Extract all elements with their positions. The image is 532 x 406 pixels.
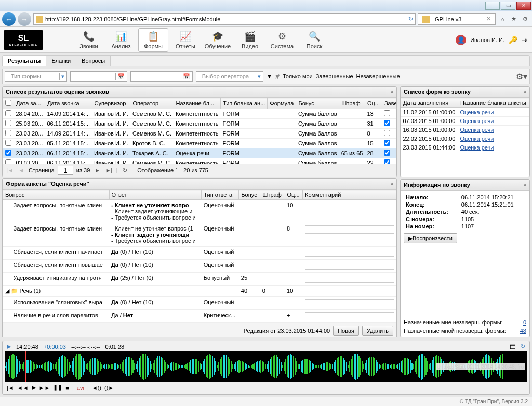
vol-up-icon[interactable]: ((► [104,385,114,391]
refresh-icon[interactable]: ↻ [521,343,525,350]
tab-questions[interactable]: Вопросы [76,56,111,66]
operator-select[interactable]: - Выбор оператора▾ [196,71,263,82]
maximize-button[interactable]: ▭ [501,2,515,10]
col-header[interactable]: Супервизор [92,98,130,109]
form-row[interactable]: Удерживает инициативу на протяДа (25) / … [3,273,396,286]
play-icon[interactable]: ▶ [7,343,11,350]
table-row[interactable]: 11.02.2015 01:00:00Оценка речи [401,108,529,117]
form-type-select[interactable]: - Тип формы▾ [5,71,67,82]
refresh-icon[interactable]: ↻ [408,16,413,22]
pause-icon[interactable]: ❚❚ [53,384,62,391]
select-all-checkbox[interactable] [5,100,11,106]
assigned-by-me-link[interactable]: 48 [520,328,526,334]
form-link[interactable]: Оценка речи [460,109,494,115]
minimize-button[interactable]: — [485,2,500,10]
col-header[interactable]: Тип ответа [202,190,239,200]
done-checkbox[interactable] [384,159,390,164]
col-header[interactable]: Дата заполнения [401,98,458,108]
comment-input[interactable] [305,299,394,307]
col-header[interactable]: Штраф [339,98,365,109]
row-checkbox[interactable] [5,120,11,126]
form-row[interactable]: Сбивается, если клиент начинаетДа (0) / … [3,247,396,260]
play-button[interactable]: ▶ Воспроизвести [404,233,457,243]
col-header[interactable]: Оц... [285,190,302,200]
nav-Видео[interactable]: 🎬Видео [235,28,265,52]
playhead-marker[interactable] [25,351,26,382]
waveform[interactable]: e fake; Start 02.11.2014 14:20:48; fro [5,351,527,382]
table-row[interactable]: 22.02.2015 01:00:00Оценка речи [401,134,529,143]
done-checkbox[interactable] [384,110,390,116]
nav-Отчеты[interactable]: 📈Отчеты [170,28,201,52]
table-row[interactable]: 23.03.2015 01:44:00Оценка речи [401,143,529,152]
table-row[interactable]: 07.03.2015 01:00:00Оценка речи [401,117,529,126]
col-header[interactable]: Заверш... [382,98,396,109]
row-checkbox[interactable] [5,150,11,156]
avatar[interactable]: 👤 [456,35,466,45]
col-header[interactable]: Дата за... [14,98,45,109]
row-checkbox[interactable] [5,159,11,164]
collapse-icon[interactable]: » [523,182,526,188]
form-row[interactable]: Сбивается, если клиент повышаеДа (0) / Н… [3,260,396,273]
filter-icon[interactable]: ▼ [267,73,272,79]
form-link[interactable]: Оценка речи [460,144,494,151]
table-row[interactable]: 23.03.20...14.09.2014 14:...Иванов И. И.… [3,129,397,139]
done-filter[interactable]: Завершенные [316,73,353,79]
comment-input[interactable] [305,249,394,257]
nav-Поиск[interactable]: 🔍Поиск [299,28,329,52]
collapse-icon[interactable]: » [523,89,526,95]
col-header[interactable]: Бонус [239,190,260,200]
table-row[interactable]: 03.03.20...06.11.2014 15:...Иванов И. И.… [3,158,397,164]
url-input[interactable] [45,16,408,22]
col-header[interactable]: Бонус [296,98,339,109]
skip-start-icon[interactable]: |◄ [7,385,14,391]
done-checkbox[interactable] [384,140,390,146]
tab-results[interactable]: Результаты [3,56,46,66]
collapse-icon[interactable]: » [390,181,393,187]
rewind-icon[interactable]: ◄◄ [17,385,29,391]
forward-button[interactable]: → [18,12,31,26]
forward-icon[interactable]: ►► [39,385,50,391]
undone-filter[interactable]: Незавершенные [356,73,400,79]
col-header[interactable]: Дата звонка [45,98,92,109]
form-row[interactable]: Использование "слэнговых" выраДа (0) / Н… [3,297,396,310]
next-page-button[interactable]: ► [93,166,101,174]
last-page-button[interactable]: ►| [104,166,113,174]
nav-Система[interactable]: ⚙Система [267,28,297,52]
date-to-input[interactable]: 📅 [130,71,193,82]
col-header[interactable]: Название бланка анкеты [458,98,529,108]
form-row[interactable]: ◢ 📁 Речь (1)40010 [3,286,396,297]
form-link[interactable]: Оценка речи [460,127,494,133]
col-header[interactable]: Тип бланка ан... [220,98,267,109]
home-icon[interactable]: ⌂ [498,15,507,24]
clear-filter-icon[interactable]: ▼̸ [275,73,280,80]
comment-input[interactable] [305,312,394,320]
table-row[interactable]: 23.03.20...05.11.2014 15:...Иванов И. И.… [3,139,397,148]
nav-Звонки[interactable]: 📞Звонки [74,28,104,52]
row-checkbox[interactable] [5,110,11,116]
new-button[interactable]: Новая [333,326,359,336]
close-button[interactable]: ✕ [516,2,531,10]
col-header[interactable]: Вопрос [3,190,110,200]
done-checkbox[interactable] [384,150,390,156]
col-header[interactable]: Формула [268,98,296,109]
comment-input[interactable] [305,202,394,210]
table-row[interactable]: 23.03.20...06.11.2014 15:...Иванов И. И.… [3,148,397,158]
favorites-icon[interactable]: ★ [509,15,518,24]
col-header[interactable]: Название бл... [174,98,220,109]
col-header[interactable]: Штраф [260,190,285,200]
table-row[interactable]: 28.04.20...14.09.2014 14:...Иванов И. И.… [3,109,397,119]
page-input[interactable] [58,166,73,175]
form-row[interactable]: Наличие в речи слов-паразитовДа / НетКри… [3,310,396,323]
form-row[interactable]: Задает вопросы, понятные клиен- Клиент н… [3,200,396,223]
done-checkbox[interactable] [384,130,390,136]
delete-button[interactable]: Удалить [362,326,393,336]
only-mine-filter[interactable]: Только мои [283,73,313,79]
vol-down-icon[interactable]: ◄)) [92,385,101,391]
nav-Формы[interactable]: 📋Формы [138,28,168,52]
row-checkbox[interactable] [5,130,11,136]
logout-icon[interactable]: ⇥ [522,36,528,44]
col-header[interactable]: Комментарий [303,190,396,200]
collapse-icon[interactable]: » [390,89,393,95]
col-header[interactable]: Оператор [130,98,174,109]
key-icon[interactable]: 🔑 [509,36,517,44]
